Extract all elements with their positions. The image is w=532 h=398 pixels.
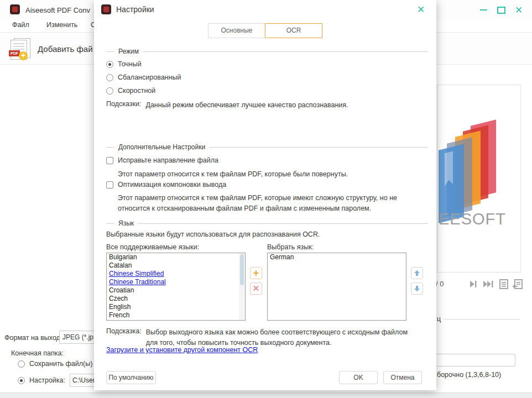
scrollbar[interactable]: [239, 253, 245, 320]
tab-basic[interactable]: Основные: [208, 23, 265, 38]
menu-file[interactable]: Файл: [12, 21, 29, 29]
dialog-titlebar: Настройки ✕: [94, 0, 436, 20]
arrow-up-icon: [414, 270, 420, 276]
language-group-header: Язык: [106, 219, 428, 227]
last-page-icon[interactable]: [482, 278, 494, 290]
next-page-icon[interactable]: [467, 278, 479, 290]
destination-folder-label: Конечная папка:: [11, 349, 64, 357]
logo-text: EESOFT: [439, 210, 506, 228]
fix-direction-option[interactable]: Исправьте направление файла: [106, 156, 218, 164]
optimize-layout-checkbox[interactable]: [106, 181, 113, 188]
custom-folder-radio[interactable]: [18, 377, 25, 384]
page-counter: / 0: [436, 280, 444, 288]
language-item[interactable]: Catalan: [107, 261, 245, 270]
all-languages-listbox[interactable]: Bulgarian Catalan Chinese Simplified Chi…: [106, 253, 246, 321]
dialog-title: Настройки: [116, 5, 154, 14]
language-item-download-link[interactable]: Chinese Traditional: [107, 278, 245, 286]
aiseesoft-logo-icon: [439, 123, 494, 250]
preview-panel: EESOFT: [437, 85, 521, 273]
language-item[interactable]: Croatian: [107, 286, 245, 295]
language-hint: Подсказка: Выбор выходного языка как мож…: [106, 327, 420, 349]
dialog-app-icon: [101, 4, 111, 14]
selected-language-label: Выбрать язык:: [267, 243, 314, 251]
advanced-group-header: Дополнительные Настройки: [106, 143, 428, 151]
arrow-down-icon: [414, 285, 420, 292]
page-navigation: / 0: [436, 278, 528, 290]
selected-languages-listbox[interactable]: German: [267, 253, 406, 321]
optimize-layout-option[interactable]: Оптимизация компоновки вывода: [106, 181, 226, 188]
main-window-title: Aiseesoft PDF Conv: [25, 6, 90, 14]
add-language-button[interactable]: +: [250, 267, 262, 279]
all-languages-label: Все поддерживаемые языки:: [106, 243, 199, 251]
page-range-input[interactable]: [427, 354, 515, 366]
plus-icon: +: [19, 51, 28, 60]
dialog-close-icon[interactable]: ✕: [415, 4, 426, 15]
menu-edit[interactable]: Изменить: [46, 21, 77, 29]
selective-pages-label: борочно (1,3,6,8-10): [437, 371, 501, 379]
maximize-icon[interactable]: [496, 4, 507, 15]
language-description: Выбранные языки будут использоваться для…: [106, 229, 418, 240]
tab-ocr[interactable]: OCR: [265, 23, 322, 38]
remove-language-button[interactable]: ✕: [250, 282, 262, 295]
output-format-label: Формат на выходе:: [4, 334, 66, 342]
speedy-radio[interactable]: [106, 87, 113, 95]
language-item[interactable]: Bulgarian: [107, 253, 245, 261]
add-files-icon: PDF +: [9, 38, 34, 60]
app-icon: [10, 4, 20, 14]
move-down-button[interactable]: [411, 282, 423, 295]
accurate-radio[interactable]: [106, 61, 113, 68]
page-range-header: ц: [437, 315, 520, 323]
language-item[interactable]: English: [107, 303, 245, 311]
language-item[interactable]: Czech: [107, 295, 245, 303]
window-controls: ✕: [478, 3, 524, 17]
ok-button[interactable]: OK: [339, 371, 378, 384]
add-files-button[interactable]: Добавить фай: [38, 44, 93, 54]
save-in-source-option[interactable]: Сохранить файл(ы) в и: [18, 360, 104, 368]
close-icon[interactable]: ✕: [513, 4, 524, 15]
mode-hint: Подсказки: Данный режим обеспечивает луч…: [106, 100, 420, 111]
mode-option-speedy[interactable]: Скоростной: [106, 87, 155, 95]
optimize-layout-description: Этот параметр относится к тем файлам PDF…: [118, 193, 418, 214]
page-list-icon[interactable]: [498, 278, 510, 290]
bottom-strip: [0, 392, 532, 398]
settings-dialog: Настройки ✕ Основные OCR Режим Точный Сб…: [94, 0, 436, 390]
minimize-icon[interactable]: [478, 4, 489, 15]
balanced-radio[interactable]: [106, 74, 113, 81]
selected-language-item[interactable]: German: [268, 253, 406, 261]
fix-direction-description: Этот параметр относится к тем файлам PDF…: [118, 169, 418, 180]
mode-option-balanced[interactable]: Сбалансированный: [106, 74, 181, 81]
download-ocr-link[interactable]: Загрузите и установите другой компонент …: [106, 346, 258, 354]
fix-direction-checkbox[interactable]: [106, 157, 113, 164]
save-in-source-radio[interactable]: [18, 360, 25, 368]
dialog-tabs: Основные OCR: [94, 23, 436, 38]
move-up-button[interactable]: [411, 267, 423, 279]
default-button[interactable]: По умолчанию: [106, 371, 156, 384]
mode-option-accurate[interactable]: Точный: [106, 60, 142, 68]
language-item-download-link[interactable]: Chinese Simplified: [107, 270, 245, 278]
language-item[interactable]: French: [107, 311, 245, 320]
page-import-icon[interactable]: [512, 278, 524, 290]
mode-group-header: Режим: [106, 48, 428, 55]
page-range-header-fragment: ц: [437, 315, 441, 323]
cancel-button[interactable]: Отмена: [383, 371, 422, 384]
